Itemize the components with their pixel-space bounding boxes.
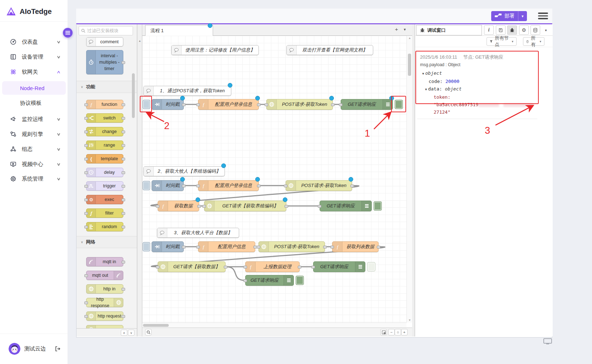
- output-port[interactable]: [182, 246, 186, 249]
- debug-toggle-button[interactable]: [374, 201, 382, 211]
- help-tab-button[interactable]: [496, 25, 505, 35]
- scroll-up-icon[interactable]: ▲: [408, 36, 411, 40]
- sidebar-item-5[interactable]: 组态∨: [0, 142, 68, 156]
- input-port[interactable]: [84, 131, 88, 133]
- output-port[interactable]: [377, 246, 380, 249]
- debug-clear-button[interactable]: 所有 ▾: [523, 37, 544, 46]
- flow-node-f3c[interactable]: f上报数据处理: [245, 261, 300, 272]
- config-tab-button[interactable]: ⚙: [519, 25, 529, 35]
- output-port[interactable]: [285, 205, 288, 208]
- zoom-reset-button[interactable]: ○: [395, 329, 401, 335]
- flow-node-i3[interactable]: 时间戳: [152, 241, 184, 252]
- output-port[interactable]: [323, 246, 327, 249]
- palette-section-header[interactable]: ∨功能: [77, 81, 137, 93]
- input-port[interactable]: [284, 185, 287, 187]
- input-port[interactable]: [84, 171, 88, 174]
- input-port[interactable]: [196, 103, 200, 106]
- palette-node-filter[interactable]: ʃfilter: [86, 208, 123, 218]
- sidebar-collapse-button[interactable]: [63, 28, 73, 38]
- scroll-down-icon[interactable]: ▼: [408, 319, 411, 322]
- canvas-sidebar-splitter[interactable]: [412, 24, 415, 336]
- flow-node-d1[interactable]: GET请求响应: [341, 99, 393, 110]
- input-port[interactable]: [84, 158, 88, 161]
- flow-node-f1a[interactable]: f配置用户登录信息: [198, 99, 259, 110]
- output-port[interactable]: [122, 158, 125, 161]
- palette-section-header[interactable]: ∨网络: [77, 236, 137, 248]
- avatar[interactable]: [9, 343, 20, 355]
- output-port[interactable]: [122, 144, 125, 147]
- sidebar-item-2[interactable]: 软网关∧: [0, 65, 68, 79]
- output-port[interactable]: [122, 212, 125, 215]
- input-port[interactable]: [339, 103, 342, 106]
- flow-node-h2b[interactable]: GET请求【获取养殖编码】: [204, 201, 286, 211]
- add-flow-button[interactable]: +: [395, 26, 398, 32]
- input-port[interactable]: [84, 185, 88, 188]
- output-port[interactable]: [122, 61, 125, 64]
- input-port[interactable]: [84, 198, 88, 201]
- comment-node-t2[interactable]: 双击打开查看【官网使用文档】: [286, 45, 373, 55]
- output-port[interactable]: [197, 205, 201, 208]
- inject-button[interactable]: [143, 181, 150, 190]
- flow-node-d3b[interactable]: GET请求响应: [245, 275, 294, 286]
- flow-node-h3[interactable]: POST请求-获取Token: [258, 241, 325, 252]
- deploy-button[interactable]: 部署 ▾: [491, 11, 527, 21]
- debug-toggle-button[interactable]: [367, 262, 375, 271]
- output-port[interactable]: [122, 226, 125, 228]
- input-port[interactable]: [84, 117, 88, 120]
- comment-node-c1[interactable]: 1、通过POST请求，获取Token: [143, 86, 231, 96]
- input-port[interactable]: [330, 246, 334, 249]
- debug-tab[interactable]: 调试窗口: [416, 25, 482, 35]
- context-tab-button[interactable]: [531, 25, 540, 35]
- palette-node-change[interactable]: change: [86, 127, 123, 136]
- input-port[interactable]: [243, 266, 247, 269]
- flow-node-d2[interactable]: GET请求响应: [320, 201, 372, 211]
- sidebar-item-0[interactable]: 仪表盘∨: [0, 35, 68, 49]
- palette-node-mqtt-in[interactable]: mqtt in: [86, 257, 123, 266]
- sidebar-item-1[interactable]: 设备管理∨: [0, 50, 68, 64]
- palette-node-function[interactable]: ffunction: [86, 100, 123, 109]
- palette-node-exec[interactable]: ⚙exec: [86, 195, 123, 204]
- output-port[interactable]: [350, 185, 354, 187]
- output-port[interactable]: [331, 103, 335, 106]
- flow-node-f3b[interactable]: f获取列表数据: [332, 241, 379, 252]
- flow-canvas[interactable]: 使用注意：记得修改【用户信息】双击打开查看【官网使用文档】1、通过POST请求，…: [142, 36, 406, 323]
- palette-node-template[interactable]: {template: [86, 154, 123, 163]
- debug-tab-button[interactable]: [507, 25, 517, 35]
- info-tab-button[interactable]: i: [484, 25, 494, 35]
- input-port[interactable]: [196, 246, 200, 249]
- sidebar-subitem-0[interactable]: Node-Red: [2, 81, 66, 95]
- input-port[interactable]: [156, 266, 159, 269]
- comment-node-t1[interactable]: 使用注意：记得修改【用户信息】: [171, 45, 259, 55]
- comment-node-c3[interactable]: 3、获取大牧人平台【数据】: [157, 228, 239, 238]
- fullscreen-icon[interactable]: [543, 338, 552, 344]
- search-flows-button[interactable]: [145, 329, 152, 335]
- palette-node-mqtt-out[interactable]: mqtt out: [86, 271, 123, 280]
- output-port[interactable]: [122, 261, 125, 264]
- input-port[interactable]: [84, 144, 88, 147]
- palette-search-input[interactable]: [87, 28, 129, 33]
- output-port[interactable]: [257, 185, 261, 187]
- output-port[interactable]: [122, 171, 125, 174]
- debug-toggle-button[interactable]: [395, 100, 403, 109]
- input-port[interactable]: [196, 185, 200, 187]
- debug-filter-button[interactable]: 所有节点 ▾: [487, 37, 517, 46]
- main-menu-icon[interactable]: [538, 13, 548, 19]
- sidebar-subitem-1[interactable]: 协议模板: [2, 96, 66, 110]
- flow-node-h1[interactable]: POST请求-获取Token: [266, 99, 333, 110]
- input-port[interactable]: [243, 279, 247, 282]
- zoom-out-button[interactable]: −: [388, 329, 395, 335]
- palette-canvas-splitter[interactable]: ▲: [137, 24, 142, 336]
- palette-node-http-request[interactable]: http request: [86, 311, 123, 321]
- collapse-caret-icon[interactable]: ▼: [422, 72, 424, 75]
- debug-message[interactable]: 2025/1/6 16:03:11 节点: GET请求响应 msg.payloa…: [417, 52, 537, 119]
- flow-node-h2[interactable]: POST请求-获取Token: [286, 180, 352, 191]
- output-port[interactable]: [182, 103, 186, 106]
- output-port[interactable]: [122, 315, 125, 318]
- palette-node-switch[interactable]: switch: [86, 113, 123, 123]
- palette-node-range[interactable]: range: [86, 141, 123, 150]
- flow-node-i1[interactable]: 时间戳: [152, 99, 184, 110]
- output-port[interactable]: [122, 117, 125, 120]
- palette-node-http-response[interactable]: http response: [86, 298, 123, 307]
- output-port[interactable]: [298, 266, 301, 269]
- input-port[interactable]: [318, 205, 321, 208]
